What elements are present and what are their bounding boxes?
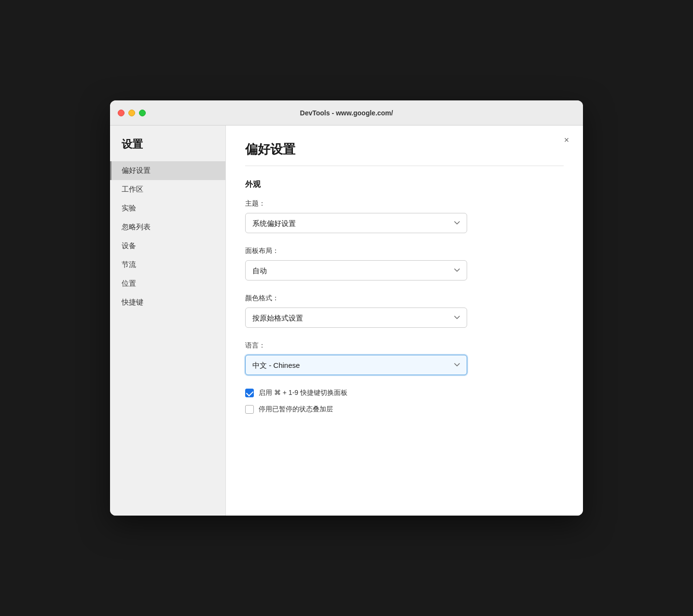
color-format-form-group: 颜色格式： 按原始格式设置 HEX RGB HSL <box>245 294 564 328</box>
color-format-label: 颜色格式： <box>245 294 564 303</box>
section-appearance-title: 外观 <box>245 180 564 190</box>
titlebar: DevTools - www.google.com/ <box>110 100 583 126</box>
theme-label: 主题： <box>245 199 564 208</box>
page-title: 偏好设置 <box>245 141 564 158</box>
language-label: 语言： <box>245 341 564 350</box>
sidebar-item-shortcuts[interactable]: 快捷键 <box>110 293 225 312</box>
sidebar-item-throttling[interactable]: 节流 <box>110 255 225 274</box>
sidebar: 设置 偏好设置 工作区 实验 忽略列表 设备 节流 位置 快 <box>110 126 226 516</box>
sidebar-item-locations[interactable]: 位置 <box>110 274 225 293</box>
language-form-group: 语言： 中文 - Chinese English 日本語 한국어 <box>245 341 564 375</box>
cmd-shortcut-checkbox-group: 启用 ⌘ + 1-9 快捷键切换面板 <box>245 389 564 397</box>
minimize-traffic-light[interactable] <box>128 110 135 116</box>
window-body: 设置 偏好设置 工作区 实验 忽略列表 设备 节流 位置 快 <box>110 126 583 516</box>
sidebar-item-preferences[interactable]: 偏好设置 <box>110 161 225 180</box>
sidebar-heading: 设置 <box>110 137 225 161</box>
window-title: DevTools - www.google.com/ <box>300 109 393 117</box>
theme-select[interactable]: 系统偏好设置 浅色 深色 <box>245 213 467 233</box>
theme-form-group: 主题： 系统偏好设置 浅色 深色 <box>245 199 564 233</box>
sidebar-item-devices[interactable]: 设备 <box>110 237 225 255</box>
close-button[interactable]: × <box>560 133 573 147</box>
panel-layout-label: 面板布局： <box>245 247 564 255</box>
title-divider <box>245 166 564 166</box>
disable-paused-overlay-checkbox[interactable] <box>245 405 254 414</box>
sidebar-item-ignore-list[interactable]: 忽略列表 <box>110 218 225 237</box>
language-select[interactable]: 中文 - Chinese English 日本語 한국어 <box>245 355 467 375</box>
cmd-shortcut-checkbox[interactable] <box>245 389 254 397</box>
devtools-window: DevTools - www.google.com/ 设置 偏好设置 工作区 实… <box>110 100 583 516</box>
panel-layout-form-group: 面板布局： 自动 水平 垂直 <box>245 247 564 280</box>
maximize-traffic-light[interactable] <box>139 110 146 116</box>
sidebar-item-experiments[interactable]: 实验 <box>110 199 225 218</box>
disable-paused-overlay-checkbox-group: 停用已暂停的状态叠加层 <box>245 405 564 414</box>
disable-paused-overlay-label[interactable]: 停用已暂停的状态叠加层 <box>259 405 333 414</box>
panel-layout-select[interactable]: 自动 水平 垂直 <box>245 260 467 280</box>
cmd-shortcut-label[interactable]: 启用 ⌘ + 1-9 快捷键切换面板 <box>259 389 347 397</box>
sidebar-item-workspace[interactable]: 工作区 <box>110 180 225 199</box>
color-format-select[interactable]: 按原始格式设置 HEX RGB HSL <box>245 308 467 328</box>
main-content: × 偏好设置 外观 主题： 系统偏好设置 浅色 深色 面板布局： 自动 水平 <box>226 126 583 516</box>
close-traffic-light[interactable] <box>118 110 125 116</box>
traffic-lights <box>118 110 146 116</box>
